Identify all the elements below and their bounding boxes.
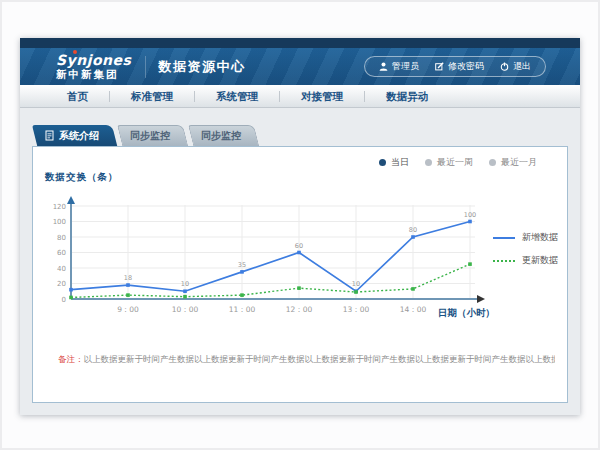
- legend-label: 更新数据: [522, 254, 558, 267]
- document-icon: [45, 130, 54, 141]
- radio-dot-icon: [425, 159, 432, 166]
- tab-label: 系统介绍: [59, 125, 99, 146]
- nav-item-home[interactable]: 首页: [46, 85, 109, 107]
- svg-text:80: 80: [409, 226, 417, 234]
- svg-text:10: 10: [352, 280, 360, 288]
- svg-text:18: 18: [124, 274, 132, 282]
- radio-dot-icon: [489, 159, 496, 166]
- tab-system-intro[interactable]: 系统介绍: [32, 125, 112, 146]
- page-title: 数据资源中心: [158, 58, 245, 76]
- radio-last-month[interactable]: 最近一月: [489, 156, 537, 169]
- content-area: 系统介绍 同步监控 同步监控 当日: [20, 108, 580, 403]
- svg-text:13 : 00: 13 : 00: [343, 305, 370, 314]
- edit-icon: [435, 62, 444, 71]
- tab-bar: 系统介绍 同步监控 同步监控: [32, 125, 570, 146]
- svg-text:12 : 00: 12 : 00: [286, 305, 313, 314]
- radio-last-week[interactable]: 最近一周: [425, 156, 473, 169]
- radio-label: 最近一月: [501, 156, 537, 169]
- svg-text:10 : 00: 10 : 00: [172, 305, 199, 314]
- tab-sync-monitor-1[interactable]: 同步监控: [117, 125, 183, 146]
- change-password-button[interactable]: 修改密码: [427, 60, 492, 73]
- svg-text:0: 0: [62, 296, 66, 304]
- legend-item-updated-data: 更新数据: [493, 254, 558, 267]
- nav-item-data-change[interactable]: 数据异动: [365, 85, 449, 107]
- chart-panel: 当日 最近一周 最近一月 数据交换（条） 0204060801001209 : …: [32, 146, 568, 403]
- radio-today[interactable]: 当日: [379, 156, 409, 169]
- app-header: Synjones 新中新集团 数据资源中心 管理员: [20, 48, 580, 85]
- screen: Synjones 新中新集团 数据资源中心 管理员: [0, 0, 600, 450]
- svg-text:11 : 00: 11 : 00: [229, 305, 256, 314]
- user-icon: [379, 62, 388, 71]
- brand-logo-subtext: 新中新集团: [56, 69, 131, 80]
- brand-logo: Synjones 新中新集团: [56, 53, 131, 80]
- radio-dot-icon: [379, 159, 386, 166]
- user-label: 管理员: [392, 60, 419, 73]
- tab-sync-monitor-2[interactable]: 同步监控: [188, 125, 254, 146]
- line-chart: 0204060801001209 : 0010 : 0011 : 0012 : …: [47, 191, 492, 319]
- brand-logo-text: Synjones: [56, 53, 131, 67]
- svg-text:40: 40: [57, 265, 66, 273]
- x-axis-label: 日期（小时）: [438, 307, 495, 320]
- user-toolbar: 管理员 修改密码 退出: [364, 56, 546, 77]
- svg-text:100: 100: [464, 211, 476, 219]
- main-nav: 首页 标准管理 系统管理 对接管理 数据异动: [20, 85, 580, 108]
- nav-item-standard-management[interactable]: 标准管理: [110, 85, 194, 107]
- power-icon: [500, 62, 509, 71]
- tab-label: 同步监控: [201, 125, 241, 146]
- time-range-radio-group: 当日 最近一周 最近一月: [379, 156, 537, 169]
- app-window: Synjones 新中新集团 数据资源中心 管理员: [20, 38, 580, 415]
- header-top-strip: [20, 38, 580, 48]
- svg-text:80: 80: [57, 234, 66, 242]
- nav-item-system-management[interactable]: 系统管理: [195, 85, 279, 107]
- logout-label: 退出: [513, 60, 531, 73]
- svg-text:35: 35: [238, 261, 246, 269]
- legend-item-new-data: 新增数据: [493, 231, 558, 244]
- svg-text:14 : 00: 14 : 00: [400, 305, 427, 314]
- footnote-label: 备注：: [58, 354, 84, 364]
- svg-text:20: 20: [57, 280, 66, 288]
- svg-text:60: 60: [57, 249, 66, 257]
- chart-container: 0204060801001209 : 0010 : 0011 : 0012 : …: [47, 191, 492, 323]
- header-divider: [145, 56, 146, 78]
- footnote: 备注：以上数据更新于时间产生数据以上数据更新于时间产生数据以上数据更新于时间产生…: [58, 354, 555, 366]
- svg-text:120: 120: [53, 203, 66, 211]
- nav-item-docking-management[interactable]: 对接管理: [280, 85, 364, 107]
- radio-label: 当日: [391, 156, 409, 169]
- svg-text:100: 100: [53, 218, 66, 226]
- svg-text:10: 10: [181, 280, 189, 288]
- dotted-line-swatch-icon: [493, 260, 515, 262]
- change-password-label: 修改密码: [448, 60, 484, 73]
- y-axis-label: 数据交换（条）: [45, 171, 119, 184]
- radio-label: 最近一周: [437, 156, 473, 169]
- tab-label: 同步监控: [130, 125, 170, 146]
- svg-text:60: 60: [295, 242, 303, 250]
- user-menu[interactable]: 管理员: [371, 60, 427, 73]
- chart-legend: 新增数据 更新数据: [493, 231, 558, 277]
- logout-button[interactable]: 退出: [492, 60, 539, 73]
- solid-line-swatch-icon: [493, 237, 515, 239]
- footnote-text: 以上数据更新于时间产生数据以上数据更新于时间产生数据以上数据更新于时间产生数据以…: [84, 354, 556, 364]
- svg-text:9 : 00: 9 : 00: [117, 305, 139, 314]
- legend-label: 新增数据: [522, 231, 558, 244]
